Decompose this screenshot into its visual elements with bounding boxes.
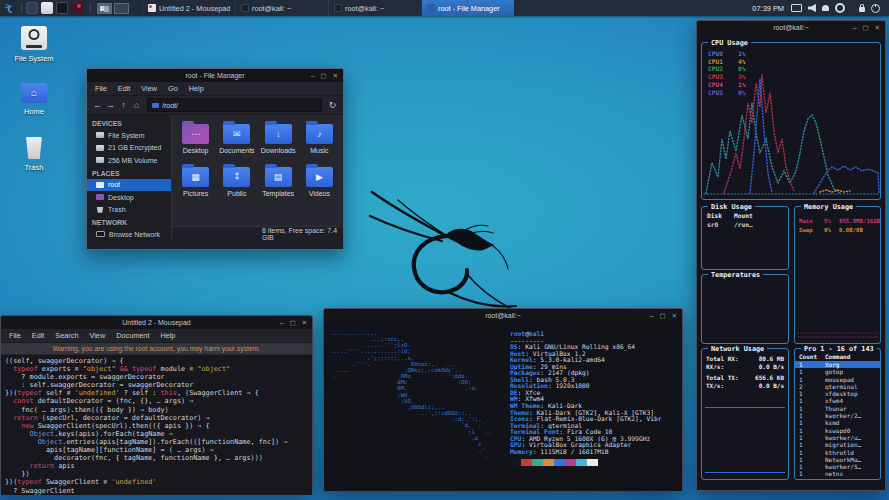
sidebar-item-file-system[interactable]: File System <box>87 129 171 142</box>
process-row[interactable]: 1kthrotld <box>795 449 880 456</box>
workspace-2[interactable] <box>114 3 129 14</box>
menu-fm-go[interactable]: Go <box>163 84 183 93</box>
process-row[interactable]: 1netns <box>795 470 880 477</box>
menu-mp-file[interactable]: File <box>4 331 26 340</box>
code-line: decorator(fnc, { tagName, functionName }… <box>5 454 312 462</box>
minimize-button[interactable]: – <box>311 72 315 79</box>
menu-mp-edit[interactable]: Edit <box>27 331 50 340</box>
sidebar-section-header: NETWORK <box>87 216 171 228</box>
lock-icon[interactable] <box>859 7 865 12</box>
menu-fm-help[interactable]: Help <box>184 84 209 93</box>
desktop-icon-home[interactable]: ⌂ Home <box>1 83 67 116</box>
minimize-button[interactable]: – <box>280 319 284 326</box>
text-editor[interactable]: ((self, swaggerDecorator) ⇒ { typeof exp… <box>1 355 312 495</box>
terminal-content[interactable]: .............. ..,;:ccc,. ......''';lxO.… <box>324 322 682 491</box>
maximize-button[interactable]: ▢ <box>659 312 665 320</box>
menu-mp-search[interactable]: Search <box>50 331 83 340</box>
desktop-icon-trash[interactable]: Trash <box>1 137 67 172</box>
sidebar-item-21-gb-encrypted[interactable]: 21 GB Encrypted <box>87 142 171 155</box>
folder-music[interactable]: ♪Music <box>299 120 340 154</box>
window-terminal: root@kali:~ – ▢ ✕ .............. ..,;:cc… <box>323 308 683 491</box>
close-button[interactable]: ✕ <box>302 319 307 327</box>
menu-fm-edit[interactable]: Edit <box>113 84 136 93</box>
process-row[interactable]: 1mousepad <box>795 376 880 383</box>
process-row[interactable]: 1ksmd <box>795 419 880 426</box>
terminal-launcher-icon[interactable] <box>26 2 38 14</box>
monitor-content[interactable]: CPU Usage CPU01%CPU14%CPU20%CPU33%CPU41%… <box>697 34 885 490</box>
toolbar-up-button[interactable]: ↑ <box>117 100 130 110</box>
process-row[interactable]: 1kworker/2… <box>795 412 880 419</box>
minimize-button[interactable]: – <box>853 24 857 31</box>
process-row[interactable]: 2qterminal <box>795 383 880 390</box>
desktop-icon-file-system[interactable]: File System <box>1 26 67 63</box>
volume-icon[interactable] <box>808 4 816 12</box>
workspace-switcher[interactable] <box>97 3 131 14</box>
folder-documents[interactable]: ✉Documents <box>216 120 257 154</box>
terminal-titlebar[interactable]: root@kali:~ – ▢ ✕ <box>324 309 682 322</box>
process-count: 1 <box>799 463 825 470</box>
clock[interactable]: 07:39 PM <box>752 4 784 13</box>
files-launcher-icon[interactable] <box>41 2 53 14</box>
cpu-usage-title: CPU Usage <box>708 39 751 47</box>
taskbar-button-root-kali[interactable]: root@kali: ~ <box>328 0 421 16</box>
taskbar-button-root-kali[interactable]: root@kali: ~ <box>235 0 328 16</box>
process-row[interactable]: 1kswapd0 <box>795 427 880 434</box>
mousepad-titlebar[interactable]: Untitled 2 - Mousepad – ▢ ✕ <box>1 316 312 329</box>
menu-fm-file[interactable]: File <box>90 84 112 93</box>
process-row[interactable]: 1Thunar <box>795 405 880 412</box>
folder-pictures[interactable]: ▦Pictures <box>175 163 216 197</box>
toolbar-forward-button[interactable]: → <box>104 100 117 110</box>
sidebar-item-trash[interactable]: Trash <box>87 204 171 217</box>
minimize-button[interactable]: – <box>650 312 654 319</box>
sidebar-item-desktop[interactable]: Desktop <box>87 191 171 204</box>
color-swatch <box>565 459 576 466</box>
menu-mp-view[interactable]: View <box>84 331 110 340</box>
display-icon[interactable] <box>791 4 802 12</box>
cpu-percent: 3% <box>738 73 745 81</box>
sidebar-item-256-mb-volume[interactable]: 256 MB Volume <box>87 154 171 167</box>
browser-launcher-icon[interactable] <box>71 2 83 14</box>
sidebar-item-root[interactable]: root <box>87 179 171 192</box>
kali-menu-icon[interactable] <box>3 2 17 15</box>
tx-graph-baseline <box>705 472 785 473</box>
process-row[interactable]: 1migration… <box>795 441 880 448</box>
window-launcher-icon[interactable] <box>56 2 68 14</box>
path-bar[interactable]: /root/ <box>147 98 322 112</box>
toolbar-home-button[interactable]: ⌂ <box>130 100 143 110</box>
process-row[interactable]: 1kworker/5… <box>795 463 880 470</box>
monitor-titlebar[interactable]: root@kali:~ – ▢ ✕ <box>697 21 885 34</box>
maximize-button[interactable]: ▢ <box>320 72 326 80</box>
workspace-1[interactable] <box>97 3 112 14</box>
power-icon[interactable] <box>871 4 880 13</box>
menu-fm-view[interactable]: View <box>136 84 162 93</box>
taskbar-button-root-file-manager[interactable]: root - File Manager <box>421 0 514 16</box>
process-row[interactable]: 1kworker/u… <box>795 434 880 441</box>
folder-templates[interactable]: ▤Templates <box>258 163 299 197</box>
process-row[interactable]: 1Xorg <box>795 361 880 368</box>
folder-downloads[interactable]: ↓Downloads <box>258 120 299 154</box>
sidebar-item-browse-network[interactable]: Browse Network <box>87 228 171 240</box>
close-button[interactable]: ✕ <box>875 24 880 32</box>
code-line: fnc( … args).then(({ body }) ⇒ body) <box>5 406 312 414</box>
maximize-button[interactable]: ▢ <box>289 319 295 327</box>
process-command: kworker/u… <box>825 434 880 441</box>
color-swatch <box>543 459 554 466</box>
process-row[interactable]: 1gotop <box>795 368 880 375</box>
folder-desktop[interactable]: ⋯Desktop <box>175 120 216 154</box>
bell-icon[interactable] <box>822 5 829 11</box>
toolbar-reload-button[interactable]: ↻ <box>326 100 339 110</box>
menu-mp-document[interactable]: Document <box>111 331 154 340</box>
folder-public[interactable]: ⁑Public <box>216 163 257 197</box>
folder-videos[interactable]: ▶Videos <box>299 163 340 197</box>
maximize-button[interactable]: ▢ <box>862 24 868 32</box>
toolbar-back-button[interactable]: ← <box>91 100 104 110</box>
process-row[interactable]: 1xfdesktop <box>795 390 880 397</box>
process-row[interactable]: 1xfwm4 <box>795 397 880 404</box>
file-manager-titlebar[interactable]: root - File Manager – ▢ ✕ <box>87 69 343 82</box>
taskbar-button-untitled-2-mousepad[interactable]: Untitled 2 - Mousepad <box>142 0 235 16</box>
close-button[interactable]: ✕ <box>333 72 338 80</box>
menu-mp-help[interactable]: Help <box>155 331 180 340</box>
settings-icon[interactable] <box>835 3 845 13</box>
close-button[interactable]: ✕ <box>672 312 677 320</box>
process-row[interactable]: 1NetworkMa… <box>795 456 880 463</box>
